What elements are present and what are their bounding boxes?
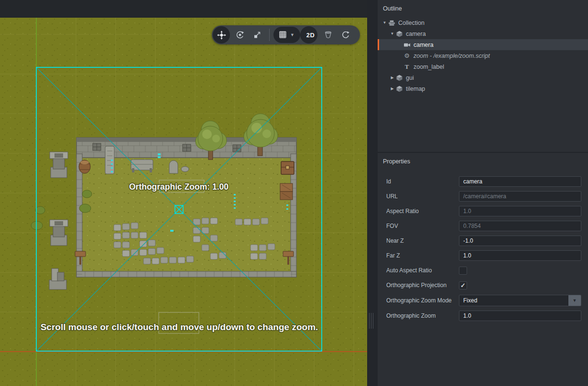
outline-item-go-gui[interactable]: ▶ gui	[378, 72, 588, 83]
property-row-url: URL	[386, 191, 581, 202]
url-input[interactable]	[459, 191, 581, 202]
aspect-ratio-input[interactable]	[459, 206, 581, 216]
scene-editor: Orthographic Zoom: 1.00 Scroll mouse or …	[0, 0, 367, 386]
outline-item-label: gui	[406, 75, 414, 81]
property-row-fov: FOV	[386, 221, 581, 231]
gameobject-icon	[395, 75, 403, 81]
move-icon	[217, 31, 226, 40]
expander-icon[interactable]: ▼	[381, 21, 388, 25]
property-control: ✓	[459, 281, 581, 290]
auto-aspect-ratio-checkbox[interactable]	[459, 267, 467, 275]
property-row-near-z: Near Z	[386, 236, 581, 246]
property-row-aspect-ratio: Aspect Ratio	[386, 206, 581, 216]
outline-panel: Outline ▼ Collection ▼ camera camera ⚙ z…	[378, 0, 588, 152]
outline-item-label: zoom_label	[414, 64, 444, 70]
property-control	[459, 221, 581, 231]
property-control	[459, 250, 581, 261]
property-label: Id	[386, 178, 459, 185]
orthographic-zoom-mode-select[interactable]: Fixed▼	[459, 295, 581, 306]
properties-title: Properties	[378, 153, 588, 165]
hint-overlay-text: Scroll mouse or click/touch and move up/…	[41, 322, 318, 332]
properties-body: Id URL Aspect Ratio FOV Near Z Far Z Aut…	[378, 165, 588, 321]
splitter-grip-icon[interactable]	[369, 313, 373, 329]
barrel-prop	[79, 160, 90, 173]
property-row-orthographic-projection: Orthographic Projection ✓	[386, 280, 581, 290]
property-control	[459, 206, 581, 216]
property-label: Orthographic Zoom	[386, 312, 459, 319]
outline-tree: ▼ Collection ▼ camera camera ⚙ zoom - /e…	[378, 17, 588, 94]
grid-dropdown-caret[interactable]: ▼	[290, 33, 294, 37]
orthographic-projection-checkbox[interactable]: ✓	[459, 281, 467, 290]
grid-icon	[279, 31, 287, 39]
fov-input[interactable]	[459, 221, 581, 231]
scale-tool-button[interactable]	[249, 26, 265, 43]
property-label: Far Z	[386, 252, 459, 259]
outline-item-collection[interactable]: ▼ Collection	[378, 17, 588, 28]
outline-item-label: Collection	[398, 20, 425, 26]
refresh-icon	[341, 31, 350, 39]
property-row-auto-aspect-ratio: Auto Aspect Ratio	[386, 265, 581, 276]
property-control	[459, 267, 581, 275]
expander-icon[interactable]: ▼	[389, 32, 395, 36]
camera-icon	[403, 42, 411, 48]
property-label: Auto Aspect Ratio	[386, 267, 459, 274]
properties-panel: Properties Id URL Aspect Ratio FOV Near …	[378, 153, 588, 386]
viewport-toolbar: ▼ 2D	[212, 25, 360, 44]
outline-item-component-camera[interactable]: camera	[378, 39, 588, 50]
id-input[interactable]	[459, 176, 581, 187]
property-label: URL	[386, 193, 459, 200]
chest-prop	[281, 161, 294, 174]
stone-slab-prop	[105, 146, 114, 174]
frustum-culling-button[interactable]	[320, 26, 336, 43]
outline-item-label-zoom[interactable]: T zoom_label	[378, 61, 588, 72]
right-panel: Outline ▼ Collection ▼ camera camera ⚙ z…	[378, 0, 588, 386]
outline-item-label: camera	[414, 42, 434, 48]
outline-item-script-zoom[interactable]: ⚙ zoom - /example/zoom.script	[378, 50, 588, 61]
property-control	[459, 236, 581, 246]
collection-icon	[388, 20, 395, 26]
gameobject-icon	[395, 86, 403, 92]
2d-mode-label: 2D	[306, 32, 315, 39]
property-row-orthographic-zoom-mode: Orthographic Zoom Mode Fixed▼	[386, 295, 581, 306]
property-control	[459, 176, 581, 187]
far-z-input[interactable]	[459, 250, 581, 261]
gameobject-icon	[395, 31, 403, 37]
move-tool-button[interactable]	[213, 26, 230, 43]
viewport-top-strip	[0, 0, 367, 18]
outline-title: Outline	[378, 0, 588, 12]
outline-item-label: camera	[406, 31, 426, 37]
property-control: Fixed▼	[459, 295, 581, 306]
outline-item-label: tilemap	[406, 86, 425, 92]
property-row-far-z: Far Z	[386, 250, 581, 261]
property-control	[459, 311, 581, 321]
grid-toggle-button[interactable]: ▼	[273, 27, 300, 43]
scale-icon	[253, 31, 261, 39]
property-row-orthographic-zoom: Orthographic Zoom	[386, 311, 581, 321]
expander-icon[interactable]: ▶	[389, 75, 395, 80]
property-control	[459, 191, 581, 202]
property-row-id: Id	[386, 176, 581, 187]
rotate-icon	[236, 31, 244, 39]
refresh-button[interactable]	[338, 26, 354, 43]
property-label: FOV	[386, 223, 459, 229]
panel-splitter[interactable]	[367, 0, 378, 386]
property-label: Orthographic Zoom Mode	[386, 297, 459, 304]
near-z-input[interactable]	[459, 236, 581, 246]
orthographic-zoom-input[interactable]	[459, 311, 581, 321]
outline-item-go-camera[interactable]: ▼ camera	[378, 28, 588, 39]
zoom-overlay-text: Orthographic Zoom: 1.00	[129, 182, 229, 192]
toolbar-divider	[269, 29, 270, 41]
orthographic-zoom-mode-select-value: Fixed	[459, 295, 568, 306]
property-label: Orthographic Projection	[386, 282, 459, 289]
frustum-icon	[324, 31, 333, 39]
label-icon: T	[403, 64, 411, 70]
expander-icon[interactable]: ▶	[389, 86, 395, 91]
2d-mode-button[interactable]: 2D	[300, 26, 317, 43]
rotate-tool-button[interactable]	[232, 26, 248, 43]
property-label: Aspect Ratio	[386, 208, 459, 214]
chevron-down-icon[interactable]: ▼	[568, 295, 581, 306]
script-icon: ⚙	[403, 53, 411, 59]
outline-item-go-tilemap[interactable]: ▶ tilemap	[378, 83, 588, 94]
scene-canvas[interactable]: Orthographic Zoom: 1.00 Scroll mouse or …	[0, 18, 367, 386]
outline-item-label: zoom - /example/zoom.script	[414, 53, 490, 59]
